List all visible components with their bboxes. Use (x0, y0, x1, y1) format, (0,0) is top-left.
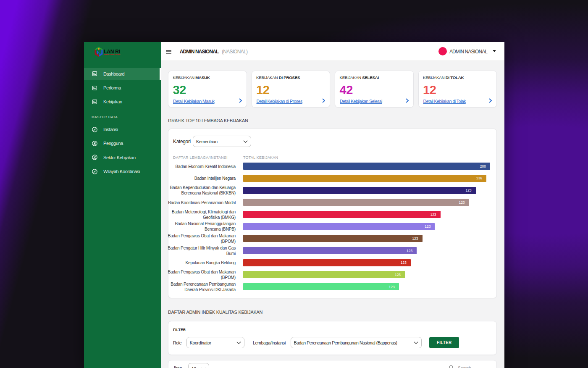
svg-text:MAKARTI BHAKTI NAGARI: MAKARTI BHAKTI NAGARI (104, 53, 121, 55)
